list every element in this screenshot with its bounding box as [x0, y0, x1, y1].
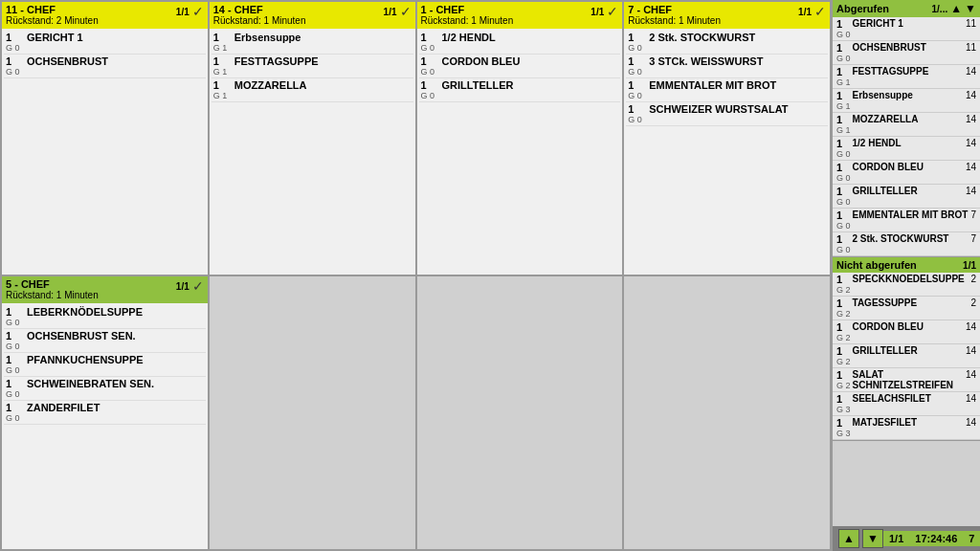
sidebar-item-name: MATJESFILET: [851, 417, 966, 428]
sidebar-item-qty: 1: [836, 18, 851, 30]
item-qty: 1: [421, 55, 440, 67]
sidebar-item-qty: 1: [836, 114, 851, 125]
order-item: 1 G 0 EMMENTALER MIT BROT: [626, 78, 828, 102]
item-name: MOZZARELLA: [233, 79, 412, 100]
order-subtitle: Rückstand: 1 Minuten: [628, 15, 721, 26]
footer-up-button[interactable]: ▲: [838, 529, 859, 548]
sidebar-item-group: G 2: [836, 381, 851, 390]
sidebar-item-name: CORDON BLEU: [851, 162, 966, 172]
sidebar-nicht-abgerufen-item: 1 G 2 TAGESSUPPE 2: [833, 297, 980, 320]
abgerufen-header: Abgerufen 1/... ▲ ▼: [833, 0, 980, 17]
order-card-empty-1: [210, 276, 415, 549]
item-qty: 1: [421, 79, 440, 91]
item-name: CORDON BLEU: [440, 55, 619, 77]
footer-time: 17:24:46: [909, 531, 963, 546]
sidebar-item-group: G 0: [836, 197, 851, 207]
footer-page: 1/1: [883, 531, 909, 546]
item-name: FESTTAGSUPPE: [233, 55, 412, 77]
item-name: 1/2 HENDL: [440, 32, 619, 53]
item-qty: 1: [6, 378, 25, 389]
order-checkmark[interactable]: ✓: [192, 278, 204, 294]
sidebar-nav-down-icon[interactable]: ▼: [965, 2, 976, 15]
item-group: G 0: [6, 365, 25, 375]
order-card-card-5: 5 - CHEF Rückstand: 1 Minuten 1/1 ✓ 1 G …: [2, 276, 208, 549]
sidebar-item-group: G 2: [836, 309, 851, 319]
item-group: G 0: [6, 318, 25, 327]
sidebar-item-num: 14: [966, 321, 976, 332]
sidebar-item-qty: 1: [836, 90, 851, 101]
order-title: 14 - CHEF: [213, 4, 306, 15]
order-checkmark[interactable]: ✓: [192, 4, 204, 19]
sidebar-item-name: FESTTAGSUPPE: [851, 66, 966, 77]
order-body: 1 G 0 2 Stk. STOCKWURST 1 G 0 3 STCk. WE…: [624, 29, 830, 275]
item-qty: 1: [421, 32, 440, 43]
nicht-abgerufen-items: 1 G 2 SPECKKNOEDELSUPPE 2 1 G 2 TAGESSUP…: [833, 273, 980, 440]
sidebar-footer: ▲ ▼ 1/1 17:24:46 7: [833, 526, 980, 551]
order-subtitle: Rückstand: 1 Minuten: [6, 290, 99, 300]
sidebar-item-group: G 0: [836, 173, 851, 183]
nicht-abgerufen-section: Nicht abgerufen 1/1 1 G 2 SPECKKNOEDELSU…: [833, 257, 980, 441]
sidebar-abgerufen-item: 1 G 1 FESTTAGSUPPE 14: [833, 65, 980, 89]
sidebar-item-num: 14: [966, 345, 976, 356]
sidebar-nav-up-icon[interactable]: ▲: [950, 2, 962, 15]
order-checkmark[interactable]: ✓: [400, 4, 412, 19]
item-qty: 1: [6, 402, 25, 413]
item-group: G 0: [628, 43, 647, 53]
order-title: 5 - CHEF: [6, 278, 99, 290]
footer-down-button[interactable]: ▼: [862, 529, 883, 548]
sidebar-item-group: G 1: [836, 77, 851, 87]
item-qty: 1: [213, 79, 233, 91]
sidebar-item-qty: 1: [836, 345, 851, 357]
order-card-empty-3: [624, 276, 830, 549]
sidebar-item-num: 14: [966, 417, 976, 428]
order-item: 1 G 0 1/2 HENDL: [419, 31, 621, 55]
sidebar-abgerufen-item: 1 G 0 2 Stk. STOCKWURST 7: [833, 232, 980, 256]
sidebar-abgerufen-item: 1 G 0 GRILLTELLER 14: [833, 185, 980, 209]
sidebar-item-group: G 0: [836, 221, 851, 231]
sidebar-item-name: MOZZARELLA: [851, 114, 966, 124]
item-name: LEBERKNÖDELSUPPE: [25, 306, 204, 327]
item-group: G 1: [213, 91, 233, 100]
order-item: 1 G 1 Erbsensuppe: [212, 31, 413, 55]
sidebar-item-name: GRILLTELLER: [851, 345, 966, 356]
sidebar-item-group: G 0: [836, 245, 851, 254]
order-page: 1/1: [384, 7, 397, 17]
sidebar-item-group: G 0: [836, 54, 851, 63]
sidebar-item-name: CORDON BLEU: [851, 321, 966, 332]
order-body: 1 G 1 Erbsensuppe 1 G 1 FESTTAGSUPPE 1 G…: [210, 29, 415, 275]
sidebar-item-group: G 1: [836, 101, 851, 111]
item-qty: 1: [628, 79, 647, 91]
abgerufen-label: Abgerufen: [836, 3, 889, 14]
order-checkmark[interactable]: ✓: [607, 4, 618, 19]
item-group: G 1: [213, 43, 233, 53]
sidebar-item-num: 7: [970, 209, 976, 220]
order-item: 1 G 0 OCHSENBRUST SEN.: [4, 329, 206, 353]
sidebar-item-group: G 2: [836, 285, 851, 295]
sidebar-item-qty: 1: [836, 393, 851, 405]
order-page: 1/1: [590, 7, 604, 17]
item-qty: 1: [6, 354, 25, 365]
order-title: 1 - CHEF: [421, 4, 514, 15]
sidebar-nicht-abgerufen-item: 1 G 2 SALAT SCHNITZELSTREIFEN 14: [833, 368, 980, 392]
item-name: ZANDERFILET: [25, 402, 204, 423]
item-name: OCHSENBRUST: [25, 55, 204, 77]
item-group: G 1: [213, 67, 233, 77]
sidebar-item-name: SEELACHSFILET: [851, 393, 966, 404]
sidebar-item-name: Erbsensuppe: [851, 90, 966, 100]
order-item: 1 G 1 MOZZARELLA: [212, 78, 413, 102]
order-page: 1/1: [798, 7, 812, 17]
order-page: 1/1: [176, 7, 189, 17]
item-group: G 0: [628, 91, 647, 100]
order-body: 1 G 0 LEBERKNÖDELSUPPE 1 G 0 OCHSENBRUST…: [2, 303, 208, 549]
item-qty: 1: [6, 32, 25, 43]
sidebar-item-group: G 3: [836, 405, 851, 414]
sidebar-item-qty: 1: [836, 209, 851, 221]
order-card-card-7: 7 - CHEF Rückstand: 1 Minuten 1/1 ✓ 1 G …: [624, 2, 830, 275]
sidebar-item-qty: 1: [836, 66, 851, 77]
order-checkmark[interactable]: ✓: [814, 4, 826, 19]
item-group: G 0: [628, 115, 647, 124]
item-qty: 1: [6, 330, 25, 342]
footer-nav: ▲ ▼: [838, 529, 883, 548]
sidebar-abgerufen-item: 1 G 1 MOZZARELLA 14: [833, 113, 980, 137]
item-name: EMMENTALER MIT BROT: [647, 79, 826, 100]
